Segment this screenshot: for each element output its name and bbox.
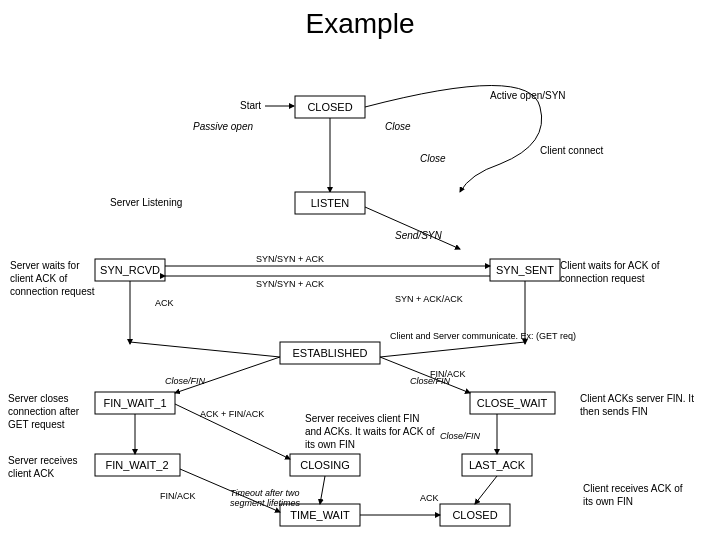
svg-line-12: [130, 342, 280, 357]
svg-line-15: [175, 357, 280, 393]
close-top-label: Close: [385, 121, 411, 132]
svg-line-13: [380, 342, 525, 357]
ack-label: ACK: [155, 298, 174, 308]
listen-label: LISTEN: [311, 197, 350, 209]
last-ack-label: LAST_ACK: [469, 459, 526, 471]
ack-bottom-label: ACK: [420, 493, 439, 503]
close-wait-label: CLOSE_WAIT: [477, 397, 548, 409]
syn-rcvd-label: SYN_RCVD: [100, 264, 160, 276]
close-fin-2-label: Close/FIN: [440, 431, 481, 441]
timeout-label2: segment lifetimes: [230, 498, 301, 508]
syn-ack-ack-label: SYN + ACK/ACK: [395, 294, 463, 304]
syn-sent-label: SYN_SENT: [496, 264, 554, 276]
passive-open-label: Passive open: [193, 121, 253, 132]
send-syn-label: Send/SYN: [395, 230, 442, 241]
page-title: Example: [0, 0, 720, 40]
server-receives-fin-label: Server receives client FIN and ACKs. It …: [305, 412, 435, 451]
fin-wait-1-label: FIN_WAIT_1: [103, 397, 166, 409]
server-closes-label: Server closes connection after GET reque…: [8, 392, 98, 431]
start-label: Start: [240, 100, 261, 111]
fin-ack-bottom-label: FIN/ACK: [160, 491, 196, 501]
server-receives-ack-label: Server receives client ACK: [8, 454, 98, 480]
diagram-svg: CLOSED Start Passive open Close Active o…: [0, 44, 720, 540]
closed-bot-label: CLOSED: [452, 509, 497, 521]
syn-syn-ack-top-label: SYN/SYN + ACK: [256, 254, 324, 264]
ack-fin-ack-label: ACK + FIN/ACK: [200, 409, 264, 419]
client-receives-ack-label: Client receives ACK of its own FIN: [583, 482, 683, 508]
diagram: CLOSED Start Passive open Close Active o…: [0, 44, 720, 540]
timeout-label: Timeout after two: [230, 488, 299, 498]
closing-label: CLOSING: [300, 459, 350, 471]
client-connect-label: Client connect: [540, 145, 604, 156]
svg-line-28: [475, 476, 497, 504]
syn-syn-ack-bot-label: SYN/SYN + ACK: [256, 279, 324, 289]
svg-line-4: [365, 207, 460, 249]
fin-ack-top-label: FIN/ACK: [430, 369, 466, 379]
closed-label: CLOSED: [307, 101, 352, 113]
client-waits-label: Client waits for ACK of connection reque…: [560, 259, 670, 285]
client-acks-server-label: Client ACKs server FIN. It then sends FI…: [580, 392, 695, 418]
server-listening-label: Server Listening: [110, 197, 182, 208]
fin-wait-2-label: FIN_WAIT_2: [105, 459, 168, 471]
svg-line-25: [320, 476, 325, 504]
close-mid-label: Close: [420, 153, 446, 164]
time-wait-label: TIME_WAIT: [290, 509, 350, 521]
established-label: ESTABLISHED: [293, 347, 368, 359]
client-server-comm-label: Client and Server communicate. Ex: (GET …: [390, 331, 576, 341]
server-waits-label: Server waits for client ACK of connectio…: [10, 259, 105, 298]
